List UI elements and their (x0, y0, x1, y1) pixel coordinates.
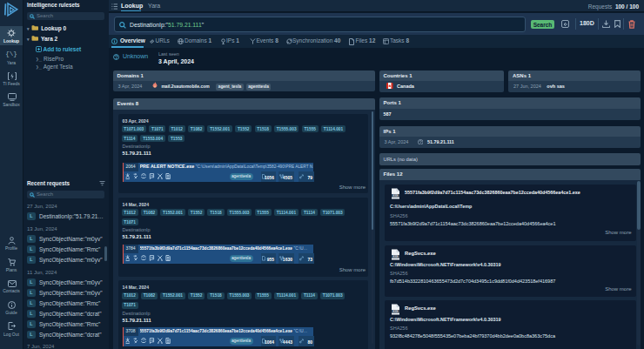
svg-text:EXE: EXE (392, 255, 398, 258)
svg-text:EXE: EXE (392, 194, 398, 198)
svg-text:EXE: EXE (392, 310, 398, 313)
